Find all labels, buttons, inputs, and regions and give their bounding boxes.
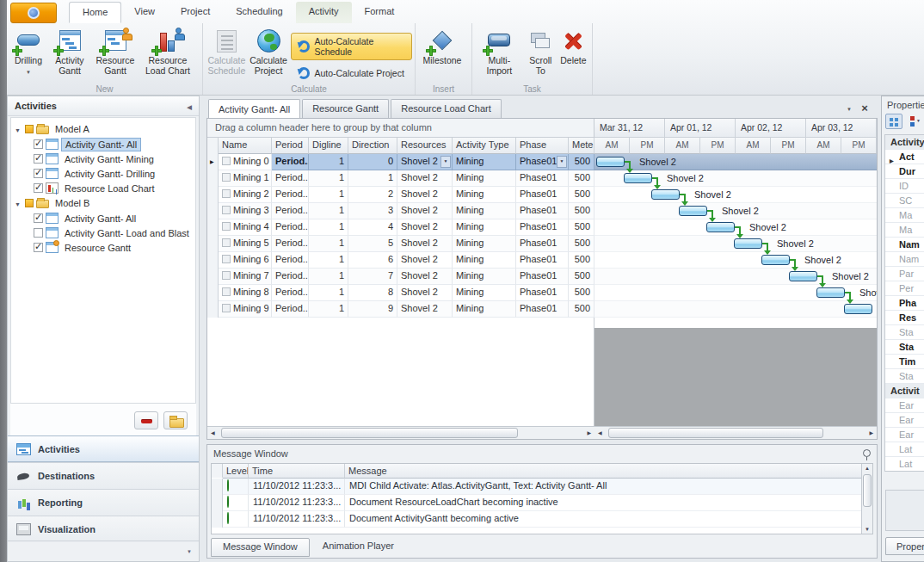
message-column-time[interactable]: Time: [249, 464, 345, 479]
cell-mete[interactable]: 500: [569, 187, 594, 203]
cell-name[interactable]: Mining 8: [219, 285, 272, 301]
sidebar-item-visualization[interactable]: Visualization: [8, 516, 199, 542]
cell-mete[interactable]: 500: [569, 269, 594, 285]
checkbox[interactable]: [34, 183, 43, 193]
cell-period[interactable]: Period...: [272, 170, 309, 187]
group-by-bar[interactable]: Drag a column header here to group by th…: [207, 119, 594, 138]
cell-activity-type[interactable]: Mining: [453, 269, 516, 285]
ribbon-tab-activity[interactable]: Activity: [296, 2, 352, 23]
cell-period[interactable]: Period...: [272, 285, 309, 301]
column-header-direction[interactable]: Direction: [348, 138, 397, 154]
panel-splitter[interactable]: [200, 96, 206, 562]
property-row[interactable]: Sta: [885, 325, 924, 340]
gantt-bar[interactable]: [816, 287, 845, 298]
tree-item[interactable]: Activity Gantt- All: [34, 137, 195, 151]
drilling-button[interactable]: Drilling: [9, 26, 47, 79]
cell-activity-type[interactable]: Mining: [453, 203, 516, 219]
property-row[interactable]: Ear: [885, 398, 924, 413]
dock-tab-message-window[interactable]: Message Window: [211, 538, 310, 557]
table-row[interactable]: Mining 4Period...14Shovel 2MiningPhase01…: [207, 219, 594, 236]
cell-direction[interactable]: 4: [348, 219, 397, 236]
table-row[interactable]: Mining 0Period...10Shovel 2MiningPhase01…: [207, 154, 594, 170]
property-row[interactable]: Act: [885, 150, 924, 164]
pin-icon[interactable]: [863, 449, 871, 457]
gantt-bar[interactable]: [596, 157, 625, 167]
cell-activity-type[interactable]: Mining: [453, 219, 516, 236]
cell-period[interactable]: Period...: [272, 252, 309, 269]
close-document-icon[interactable]: [859, 102, 871, 114]
ribbon-tab-project[interactable]: Project: [168, 2, 223, 23]
table-row[interactable]: Mining 2Period...12Shovel 2MiningPhase01…: [207, 187, 594, 203]
property-row[interactable]: SC: [885, 194, 924, 208]
cell-digline[interactable]: 1: [309, 203, 348, 219]
cell-period[interactable]: Period...: [272, 301, 309, 318]
table-horizontal-scrollbar[interactable]: [207, 426, 594, 439]
calculate-project-button[interactable]: Calculate Project: [248, 26, 290, 79]
cell-resources[interactable]: Shovel 2: [397, 301, 453, 318]
gantt-bar[interactable]: [651, 189, 680, 200]
tree-item[interactable]: Activity Gantt- Drilling: [34, 166, 195, 181]
table-row[interactable]: Mining 1Period...11Shovel 2MiningPhase01…: [207, 170, 594, 187]
cell-dropdown-icon[interactable]: [440, 156, 451, 168]
property-row[interactable]: Ma: [885, 208, 924, 223]
cell-digline[interactable]: 1: [309, 285, 348, 301]
gantt-bar[interactable]: [734, 238, 762, 249]
property-row[interactable]: Ear: [885, 428, 924, 442]
cell-mete[interactable]: 500: [569, 285, 594, 301]
property-row[interactable]: Res: [885, 311, 924, 325]
cell-digline[interactable]: 1: [309, 236, 348, 252]
cell-dropdown-icon[interactable]: [557, 156, 567, 168]
message-column-message[interactable]: Message: [345, 464, 872, 479]
scrollbar-thumb[interactable]: [608, 428, 823, 438]
column-header-mete[interactable]: Mete: [569, 138, 594, 154]
cell-resources[interactable]: Shovel 2: [397, 269, 453, 285]
sidebar-item-activities[interactable]: Activities: [8, 435, 199, 462]
document-tab[interactable]: Resource Gantt: [302, 99, 389, 118]
table-row[interactable]: Mining 5Period...15Shovel 2MiningPhase01…: [207, 236, 594, 252]
cell-direction[interactable]: 6: [348, 252, 397, 269]
ribbon-tab-scheduling[interactable]: Scheduling: [223, 2, 295, 23]
cell-period[interactable]: Period...: [272, 269, 309, 285]
property-category[interactable]: Activit: [885, 384, 924, 398]
tab-list-dropdown-icon[interactable]: [843, 102, 855, 114]
tree-item[interactable]: Resource Load Chart: [34, 181, 195, 195]
cell-period[interactable]: Period...: [272, 236, 309, 252]
tree-model-item[interactable]: Model A: [15, 121, 195, 137]
checkbox[interactable]: [34, 213, 43, 223]
caret-down-icon[interactable]: [15, 198, 22, 208]
cell-digline[interactable]: 1: [309, 301, 348, 318]
tree-item[interactable]: Activity Gantt- All: [34, 211, 195, 225]
column-header-period[interactable]: Period: [272, 138, 309, 154]
cell-digline[interactable]: 1: [309, 154, 348, 170]
ribbon-tab-home[interactable]: Home: [69, 2, 121, 23]
cell-name[interactable]: Mining 7: [219, 269, 272, 285]
gantt-bar[interactable]: [679, 206, 707, 216]
cell-mete[interactable]: 500: [569, 301, 594, 318]
ribbon-tab-view[interactable]: View: [121, 2, 168, 23]
tree-item[interactable]: Resource Gantt: [34, 240, 195, 255]
table-row[interactable]: Mining 8Period...18Shovel 2MiningPhase01…: [207, 285, 594, 301]
gantt-bar[interactable]: [761, 255, 790, 265]
gantt-bar[interactable]: [789, 271, 817, 281]
property-row[interactable]: Lat: [885, 442, 924, 457]
ribbon-tab-format[interactable]: Format: [352, 2, 408, 23]
gantt-horizontal-scrollbar[interactable]: [594, 426, 877, 439]
cell-mete[interactable]: 500: [569, 252, 594, 269]
cell-direction[interactable]: 5: [348, 236, 397, 252]
cell-name[interactable]: Mining 6: [219, 252, 272, 269]
cell-name[interactable]: Mining 9: [219, 301, 272, 318]
cell-resources[interactable]: Shovel 2: [397, 187, 453, 203]
property-category[interactable]: Activity: [885, 135, 924, 150]
property-row[interactable]: Nam: [885, 252, 924, 267]
tree-item[interactable]: Activity Gantt- Mining: [34, 151, 195, 166]
milestone-button[interactable]: Milestone: [418, 26, 466, 79]
message-row[interactable]: 11/10/2012 11:23:3...Document ResourceLo…: [212, 495, 872, 511]
cell-name[interactable]: Mining 1: [219, 170, 272, 187]
sidebar-item-destinations[interactable]: Destinations: [8, 462, 199, 489]
application-menu-button[interactable]: [10, 3, 57, 23]
auto-calculate-schedule-toggle[interactable]: Auto-Calculate Schedule: [291, 33, 412, 60]
cell-digline[interactable]: 1: [309, 219, 348, 236]
cell-name[interactable]: Mining 4: [219, 219, 272, 236]
column-header-activity-type[interactable]: Activity Type: [453, 138, 516, 154]
cell-digline[interactable]: 1: [309, 187, 348, 203]
